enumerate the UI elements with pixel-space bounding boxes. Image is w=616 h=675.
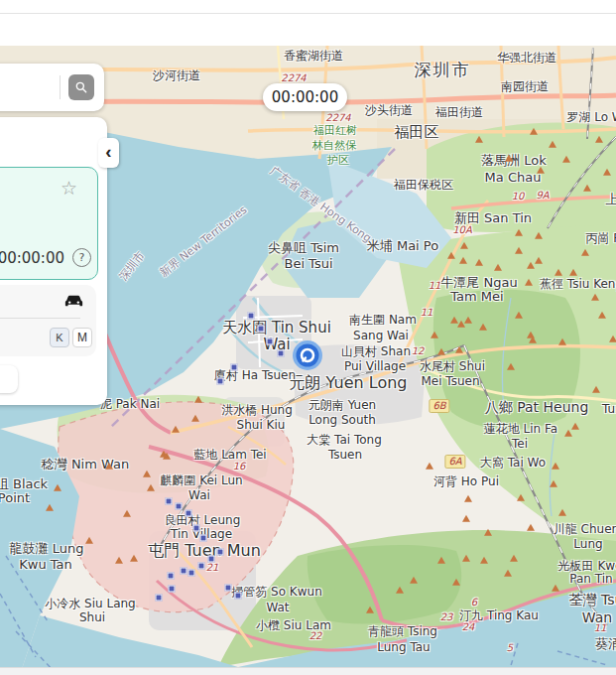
unit-mi-button[interactable]: M <box>72 328 92 347</box>
car-mode-button[interactable] <box>63 292 84 314</box>
travel-time-value: 00:00:00 <box>0 249 64 267</box>
map-position-marker[interactable] <box>292 339 323 375</box>
car-icon <box>63 292 84 311</box>
unit-km-button[interactable]: K <box>50 328 69 347</box>
travel-time-card: ☆ 00:00:00 ? <box>0 167 98 280</box>
chevron-left-icon: ‹ <box>105 141 111 163</box>
mode-divider <box>0 318 80 319</box>
search-input[interactable] <box>0 71 52 103</box>
search-button[interactable] <box>68 74 94 100</box>
unit-toggle-row: K M <box>50 328 92 347</box>
map-control-partial[interactable] <box>0 365 18 393</box>
browser-top-strip <box>0 0 616 46</box>
magnifier-icon <box>74 80 88 94</box>
search-divider <box>60 75 61 99</box>
help-icon[interactable]: ? <box>72 248 91 267</box>
bottom-strip <box>0 667 616 675</box>
location-icon <box>292 339 323 371</box>
map-time-pill-value: 00:00:00 <box>272 88 338 106</box>
favorite-star-icon[interactable]: ☆ <box>55 178 83 199</box>
map-time-pill: 00:00:00 <box>263 83 347 111</box>
top-divider-line <box>0 13 616 14</box>
time-row: 00:00:00 ? <box>0 248 91 267</box>
search-box <box>0 64 104 111</box>
panel-collapse-button[interactable]: ‹ <box>98 138 119 168</box>
transport-mode-card: K M <box>0 285 96 356</box>
app-window: 香蜜湖街道深圳市华强北街道南园街道沙河街道沙头街道福田街道罗湖 Lo W福田区福… <box>0 0 616 675</box>
